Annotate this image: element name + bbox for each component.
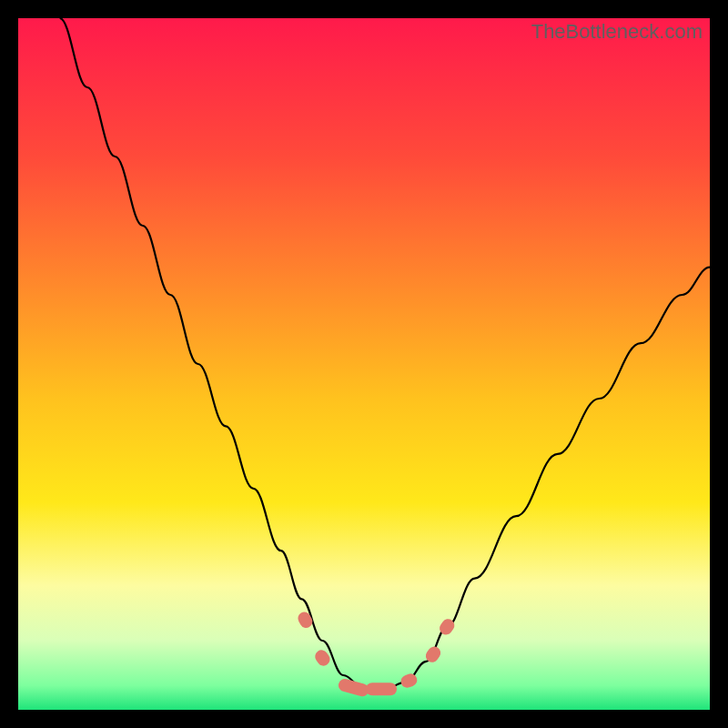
chart-background — [18, 18, 710, 710]
chart-svg — [18, 18, 710, 710]
chart-frame: TheBottleneck.com — [18, 18, 710, 710]
watermark-text: TheBottleneck.com — [531, 20, 703, 44]
highlight-marker — [366, 682, 397, 695]
